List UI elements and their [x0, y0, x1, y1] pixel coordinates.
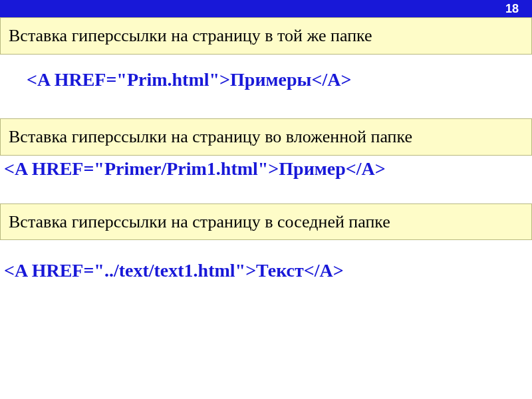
page-number: 18 — [505, 2, 519, 16]
slide-content: Вставка гиперссылки на страницу в той же… — [0, 17, 532, 281]
code-nested-folder: <A HREF="Primer/Prim1.html">Пример</A> — [4, 158, 532, 180]
heading-same-folder: Вставка гиперссылки на страницу в той же… — [0, 17, 532, 55]
heading-nested-folder: Вставка гиперссылки на страницу во вложе… — [0, 118, 532, 156]
code-same-folder: <A HREF="Prim.html">Примеры</A> — [27, 69, 532, 90]
top-bar: 18 — [0, 0, 532, 17]
code-sibling-folder: <A HREF="../text/text1.html">Текст</A> — [4, 260, 532, 281]
heading-sibling-folder: Вставка гиперссылки на страницу в соседн… — [0, 203, 532, 241]
